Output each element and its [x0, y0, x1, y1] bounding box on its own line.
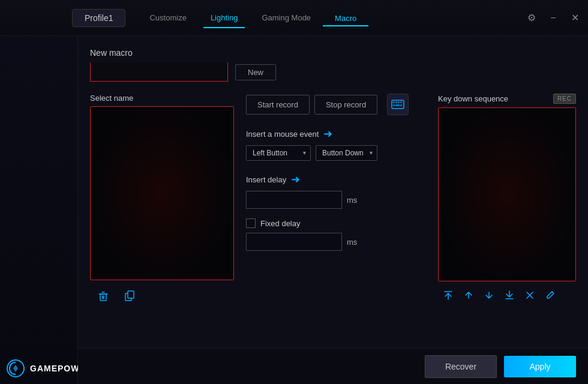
tab-lighting[interactable]: Lighting [199, 8, 250, 27]
key-panel-header: Key down sequence REC [438, 94, 576, 104]
edit-icon [545, 290, 556, 301]
move-down-icon [484, 290, 494, 301]
mouse-event-section: Insert a mouse event ➜ Left Button Right… [246, 127, 426, 161]
tab-macro[interactable]: Macro [323, 9, 368, 26]
trash-icon [97, 289, 110, 302]
key-actions [438, 286, 576, 304]
key-sequence-title: Key down sequence [438, 94, 508, 103]
key-action-top-button[interactable] [439, 286, 457, 304]
keyboard-icon-button[interactable] [387, 94, 409, 115]
svg-rect-7 [398, 101, 400, 103]
mouse-action-select[interactable]: Button Down Button Up Click [316, 145, 377, 161]
move-up-icon [463, 290, 474, 301]
select-name-label: Select name [90, 94, 234, 103]
minimize-button[interactable]: − [546, 11, 560, 25]
svg-rect-5 [393, 101, 395, 103]
key-panel: Key down sequence REC [438, 94, 576, 307]
delete-macro-button[interactable] [92, 285, 114, 307]
copy-macro-button[interactable] [119, 285, 140, 307]
titlebar-controls: ⚙ − ✕ [524, 11, 582, 25]
move-top-icon [443, 290, 454, 301]
mouse-button-select[interactable]: Left Button Right Button Middle Button [246, 145, 311, 161]
svg-rect-11 [400, 104, 402, 106]
key-action-remove-button[interactable] [521, 286, 539, 304]
key-action-bottom-button[interactable] [500, 286, 518, 304]
fixed-delay-unit: ms [347, 238, 357, 247]
svg-rect-9 [393, 104, 395, 106]
stop-record-button[interactable]: Stop record [314, 95, 377, 115]
start-record-button[interactable]: Start record [246, 95, 310, 115]
mouse-button-wrapper: Left Button Right Button Middle Button [246, 145, 311, 161]
bottom-bar: Recover Apply [78, 348, 588, 384]
macro-name-input[interactable] [90, 62, 228, 82]
fixed-delay-input[interactable]: 5 [246, 233, 342, 251]
titlebar: Profile1 Customize Lighting Gaming Mode … [0, 0, 588, 36]
content-columns: Select name [90, 94, 576, 307]
delay-arrow-icon: ➜ [291, 173, 300, 186]
svg-rect-8 [400, 101, 402, 103]
rec-badge: REC [553, 94, 576, 104]
mouse-action-wrapper: Button Down Button Up Click [316, 145, 377, 161]
svg-rect-10 [395, 104, 400, 106]
record-panel: Start record Stop record [246, 94, 426, 307]
settings-button[interactable]: ⚙ [524, 11, 539, 25]
remove-icon [524, 290, 535, 301]
titlebar-tabs: Customize Lighting Gaming Mode Macro [137, 8, 524, 27]
macro-list-box[interactable] [90, 106, 234, 280]
mouse-event-label: Insert a mouse event ➜ [246, 127, 426, 140]
fixed-delay-checkbox[interactable] [246, 218, 256, 228]
delay-input[interactable]: 5 [246, 191, 342, 209]
key-action-edit-button[interactable] [541, 286, 559, 304]
fixed-delay-row: Fixed delay [246, 218, 426, 228]
key-sequence-box [438, 107, 576, 281]
list-panel: Select name [90, 94, 234, 307]
svg-rect-6 [395, 101, 397, 103]
svg-rect-1 [100, 294, 106, 301]
record-btns: Start record Stop record [246, 94, 426, 115]
keyboard-icon [391, 100, 404, 109]
tab-customize[interactable]: Customize [137, 8, 198, 27]
logo-icon [6, 359, 25, 378]
new-macro-label: New macro [90, 48, 576, 58]
delay-row: 5 ms [246, 191, 426, 209]
key-action-down-button[interactable] [480, 286, 498, 304]
left-sidebar [0, 36, 78, 384]
delay-unit: ms [347, 196, 357, 205]
recover-button[interactable]: Recover [425, 355, 497, 378]
new-button[interactable]: New [235, 64, 276, 80]
fixed-delay-label: Fixed delay [260, 219, 300, 228]
key-action-up-button[interactable] [460, 286, 478, 304]
list-actions [90, 285, 234, 307]
move-bottom-icon [504, 290, 515, 301]
mouse-event-selects: Left Button Right Button Middle Button B… [246, 145, 426, 161]
new-macro-row: New [90, 62, 576, 82]
apply-button[interactable]: Apply [504, 356, 576, 377]
tab-gaming-mode[interactable]: Gaming Mode [250, 8, 323, 27]
mouse-arrow-icon: ➜ [323, 127, 332, 140]
main-content: New macro New Select name [78, 36, 588, 384]
delay-section: Insert delay ➜ 5 ms [246, 173, 426, 209]
delay-label: Insert delay ➜ [246, 173, 426, 186]
close-button[interactable]: ✕ [568, 11, 582, 25]
profile-badge[interactable]: Profile1 [72, 9, 125, 27]
svg-rect-3 [128, 291, 134, 298]
copy-icon [123, 289, 136, 302]
fixed-delay-value-row: 5 ms [246, 233, 426, 251]
